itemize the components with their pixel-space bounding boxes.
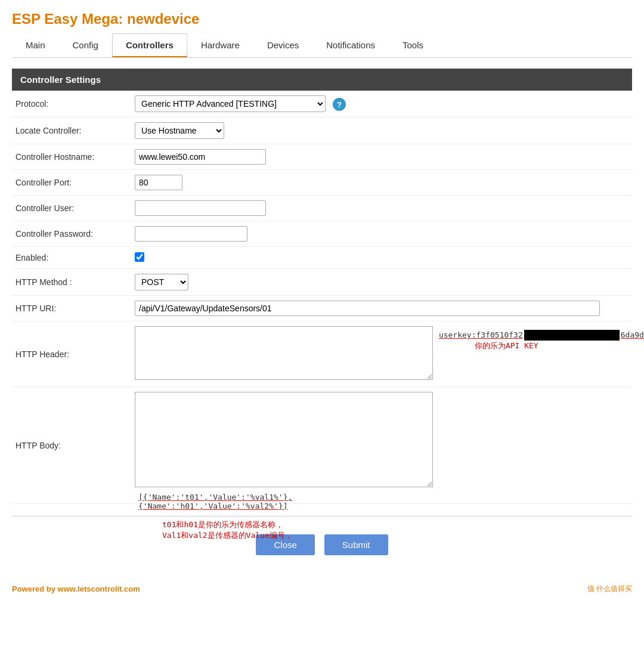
locate-select[interactable]: Use Hostname bbox=[135, 122, 224, 139]
tab-config[interactable]: Config bbox=[59, 33, 112, 57]
page-title: ESP Easy Mega: newdevice bbox=[12, 11, 632, 27]
user-label: Controller User: bbox=[12, 196, 131, 221]
tab-notifications[interactable]: Notifications bbox=[312, 33, 389, 57]
http-body-textarea[interactable] bbox=[135, 392, 433, 487]
http-method-select[interactable]: POST bbox=[135, 274, 188, 290]
footer-left: Powered by www.letscontrolit.com bbox=[12, 584, 140, 593]
enabled-checkbox[interactable] bbox=[135, 252, 144, 262]
button-row: Close Submit bbox=[12, 528, 632, 567]
nav-tabs: Main Config Controllers Hardware Devices… bbox=[12, 33, 632, 58]
http-uri-label: HTTP URI: bbox=[12, 296, 131, 321]
http-body-annotation1: t01和h01是你的乐为传感器名称， bbox=[138, 520, 283, 529]
redacted-bar bbox=[524, 330, 620, 341]
password-input[interactable] bbox=[135, 226, 247, 242]
http-header-label: HTTP Header: bbox=[12, 321, 131, 387]
settings-table: Controller Settings Protocol: Generic HT… bbox=[12, 69, 632, 504]
port-input[interactable] bbox=[135, 175, 182, 190]
http-header-line1-suffix: 6da9d2 bbox=[621, 330, 644, 339]
http-body-label: HTTP Body: bbox=[12, 387, 131, 504]
tab-hardware[interactable]: Hardware bbox=[187, 33, 253, 57]
tab-main[interactable]: Main bbox=[12, 33, 59, 57]
divider bbox=[12, 516, 632, 516]
user-input[interactable] bbox=[135, 200, 266, 216]
locate-label: Locate Controller: bbox=[12, 117, 131, 144]
http-method-label: HTTP Method : bbox=[12, 269, 131, 296]
app-title-prefix: ESP Easy Mega: bbox=[12, 11, 123, 27]
submit-button[interactable]: Submit bbox=[324, 534, 388, 555]
protocol-label: Protocol: bbox=[12, 91, 131, 117]
tab-tools[interactable]: Tools bbox=[389, 33, 437, 57]
http-header-annotation: 你的乐为API KEY bbox=[439, 341, 538, 350]
tab-devices[interactable]: Devices bbox=[253, 33, 312, 57]
http-body-line2: {'Name':'h01','Value':'%val2%'}] bbox=[138, 502, 287, 511]
device-name: newdevice bbox=[127, 11, 199, 27]
footer-right: 值 什么值得买 bbox=[587, 584, 632, 594]
close-button[interactable]: Close bbox=[256, 534, 314, 555]
http-header-line1-prefix: userkey:f3f0510f32 bbox=[439, 330, 523, 339]
protocol-select[interactable]: Generic HTTP Advanced [TESTING] bbox=[135, 95, 326, 112]
password-label: Controller Password: bbox=[12, 221, 131, 247]
http-header-textarea[interactable] bbox=[135, 326, 433, 380]
help-icon[interactable]: ? bbox=[333, 98, 346, 111]
enabled-label: Enabled: bbox=[12, 247, 131, 269]
port-label: Controller Port: bbox=[12, 170, 131, 196]
http-uri-input[interactable] bbox=[135, 301, 600, 316]
tab-controllers[interactable]: Controllers bbox=[112, 33, 187, 57]
section-title: Controller Settings bbox=[20, 75, 101, 85]
http-body-line1: [{'Name':'t01','Value':'%val1%'}, bbox=[138, 493, 292, 502]
hostname-input[interactable] bbox=[135, 149, 266, 165]
hostname-label: Controller Hostname: bbox=[12, 144, 131, 170]
